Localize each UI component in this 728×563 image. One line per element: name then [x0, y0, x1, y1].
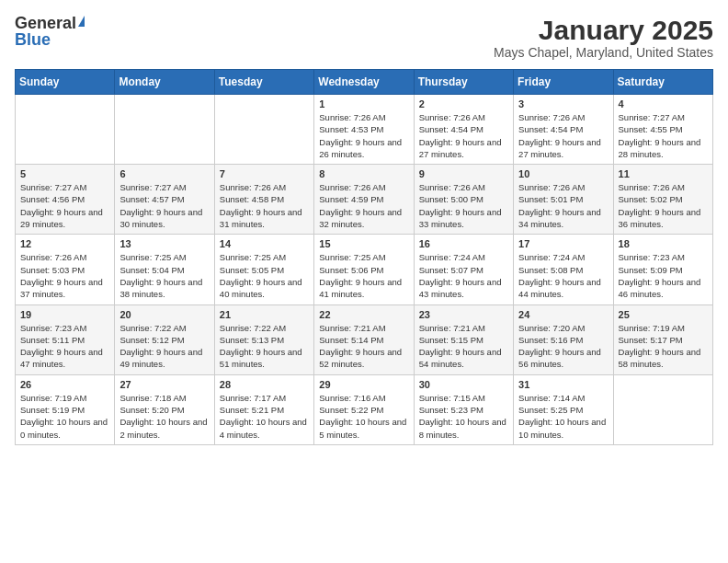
calendar-cell: 26Sunrise: 7:19 AM Sunset: 5:19 PM Dayli… — [16, 374, 115, 444]
calendar-cell: 10Sunrise: 7:26 AM Sunset: 5:01 PM Dayli… — [514, 165, 613, 235]
calendar-cell: 30Sunrise: 7:15 AM Sunset: 5:23 PM Dayli… — [414, 374, 513, 444]
day-info: Sunrise: 7:18 AM Sunset: 5:20 PM Dayligh… — [119, 392, 209, 441]
title-section: January 2025 Mays Chapel, Maryland, Unit… — [494, 15, 713, 60]
day-info: Sunrise: 7:19 AM Sunset: 5:17 PM Dayligh… — [619, 322, 708, 371]
calendar-cell — [16, 95, 115, 165]
calendar-cell: 13Sunrise: 7:25 AM Sunset: 5:04 PM Dayli… — [115, 235, 214, 304]
day-number: 16 — [419, 238, 508, 249]
day-number: 13 — [119, 238, 209, 249]
calendar-cell: 18Sunrise: 7:23 AM Sunset: 5:09 PM Dayli… — [613, 235, 712, 304]
calendar-cell: 25Sunrise: 7:19 AM Sunset: 5:17 PM Dayli… — [613, 304, 712, 374]
day-info: Sunrise: 7:25 AM Sunset: 5:05 PM Dayligh… — [220, 251, 309, 300]
calendar-cell: 3Sunrise: 7:26 AM Sunset: 4:54 PM Daylig… — [514, 95, 613, 165]
day-number: 3 — [518, 98, 608, 109]
day-info: Sunrise: 7:26 AM Sunset: 4:59 PM Dayligh… — [319, 181, 408, 230]
day-info: Sunrise: 7:20 AM Sunset: 5:16 PM Dayligh… — [518, 322, 608, 371]
calendar-cell: 17Sunrise: 7:24 AM Sunset: 5:08 PM Dayli… — [514, 235, 613, 304]
day-number: 7 — [220, 168, 309, 179]
week-row-2: 5Sunrise: 7:27 AM Sunset: 4:56 PM Daylig… — [16, 165, 713, 235]
calendar-cell: 8Sunrise: 7:26 AM Sunset: 4:59 PM Daylig… — [314, 165, 414, 235]
day-number: 4 — [619, 98, 708, 109]
day-number: 23 — [419, 309, 508, 320]
day-number: 9 — [419, 168, 508, 179]
calendar-cell: 27Sunrise: 7:18 AM Sunset: 5:20 PM Dayli… — [115, 374, 214, 444]
day-info: Sunrise: 7:22 AM Sunset: 5:12 PM Dayligh… — [119, 322, 209, 371]
day-number: 12 — [20, 238, 109, 249]
calendar-cell — [115, 95, 214, 165]
calendar-cell: 22Sunrise: 7:21 AM Sunset: 5:14 PM Dayli… — [314, 304, 414, 374]
day-number: 18 — [619, 238, 708, 249]
page-header: General Blue January 2025 Mays Chapel, M… — [15, 15, 713, 60]
calendar-cell: 24Sunrise: 7:20 AM Sunset: 5:16 PM Dayli… — [514, 304, 613, 374]
calendar-cell: 4Sunrise: 7:27 AM Sunset: 4:55 PM Daylig… — [613, 95, 712, 165]
day-info: Sunrise: 7:27 AM Sunset: 4:56 PM Dayligh… — [20, 181, 109, 230]
week-row-5: 26Sunrise: 7:19 AM Sunset: 5:19 PM Dayli… — [16, 374, 713, 444]
calendar-cell: 1Sunrise: 7:26 AM Sunset: 4:53 PM Daylig… — [314, 95, 414, 165]
day-number: 26 — [20, 379, 109, 390]
day-number: 21 — [220, 309, 309, 320]
calendar-cell: 6Sunrise: 7:27 AM Sunset: 4:57 PM Daylig… — [115, 165, 214, 235]
day-number: 30 — [419, 379, 508, 390]
calendar-cell: 20Sunrise: 7:22 AM Sunset: 5:12 PM Dayli… — [115, 304, 214, 374]
calendar-table: SundayMondayTuesdayWednesdayThursdayFrid… — [15, 69, 713, 445]
location-title: Mays Chapel, Maryland, United States — [494, 45, 713, 60]
day-number: 24 — [518, 309, 608, 320]
day-info: Sunrise: 7:15 AM Sunset: 5:23 PM Dayligh… — [419, 392, 508, 441]
day-info: Sunrise: 7:23 AM Sunset: 5:11 PM Dayligh… — [20, 322, 109, 371]
calendar-cell: 14Sunrise: 7:25 AM Sunset: 5:05 PM Dayli… — [214, 235, 313, 304]
day-number: 5 — [20, 168, 109, 179]
day-info: Sunrise: 7:24 AM Sunset: 5:08 PM Dayligh… — [518, 251, 608, 300]
weekday-header-sunday: Sunday — [16, 70, 115, 95]
weekday-header-monday: Monday — [115, 70, 214, 95]
day-number: 28 — [220, 379, 309, 390]
logo: General Blue — [15, 15, 85, 48]
day-info: Sunrise: 7:24 AM Sunset: 5:07 PM Dayligh… — [419, 251, 508, 300]
day-info: Sunrise: 7:26 AM Sunset: 4:53 PM Dayligh… — [319, 111, 408, 160]
day-number: 1 — [319, 98, 408, 109]
calendar-cell: 7Sunrise: 7:26 AM Sunset: 4:58 PM Daylig… — [214, 165, 313, 235]
day-info: Sunrise: 7:26 AM Sunset: 5:00 PM Dayligh… — [419, 181, 508, 230]
day-number: 6 — [119, 168, 209, 179]
weekday-header-thursday: Thursday — [414, 70, 513, 95]
calendar-cell: 12Sunrise: 7:26 AM Sunset: 5:03 PM Dayli… — [16, 235, 115, 304]
calendar-cell: 19Sunrise: 7:23 AM Sunset: 5:11 PM Dayli… — [16, 304, 115, 374]
day-info: Sunrise: 7:19 AM Sunset: 5:19 PM Dayligh… — [20, 392, 109, 441]
calendar-cell: 23Sunrise: 7:21 AM Sunset: 5:15 PM Dayli… — [414, 304, 513, 374]
day-number: 22 — [319, 309, 408, 320]
day-number: 8 — [319, 168, 408, 179]
day-number: 10 — [518, 168, 608, 179]
day-number: 15 — [319, 238, 408, 249]
weekday-header-wednesday: Wednesday — [314, 70, 414, 95]
calendar-cell: 29Sunrise: 7:16 AM Sunset: 5:22 PM Dayli… — [314, 374, 414, 444]
month-title: January 2025 — [494, 15, 713, 45]
calendar-cell — [214, 95, 313, 165]
day-number: 17 — [518, 238, 608, 249]
logo-arrow-icon — [78, 16, 85, 27]
calendar-cell: 16Sunrise: 7:24 AM Sunset: 5:07 PM Dayli… — [414, 235, 513, 304]
day-info: Sunrise: 7:23 AM Sunset: 5:09 PM Dayligh… — [619, 251, 708, 300]
week-row-3: 12Sunrise: 7:26 AM Sunset: 5:03 PM Dayli… — [16, 235, 713, 304]
logo-blue: Blue — [15, 31, 51, 48]
day-info: Sunrise: 7:25 AM Sunset: 5:06 PM Dayligh… — [319, 251, 408, 300]
day-number: 19 — [20, 309, 109, 320]
calendar-cell — [613, 374, 712, 444]
day-info: Sunrise: 7:27 AM Sunset: 4:55 PM Dayligh… — [619, 111, 708, 160]
calendar-cell: 9Sunrise: 7:26 AM Sunset: 5:00 PM Daylig… — [414, 165, 513, 235]
day-number: 27 — [119, 379, 209, 390]
day-number: 31 — [518, 379, 608, 390]
calendar-cell: 2Sunrise: 7:26 AM Sunset: 4:54 PM Daylig… — [414, 95, 513, 165]
day-info: Sunrise: 7:26 AM Sunset: 4:54 PM Dayligh… — [419, 111, 508, 160]
day-number: 20 — [119, 309, 209, 320]
calendar-cell: 11Sunrise: 7:26 AM Sunset: 5:02 PM Dayli… — [613, 165, 712, 235]
weekday-header-saturday: Saturday — [613, 70, 712, 95]
day-info: Sunrise: 7:25 AM Sunset: 5:04 PM Dayligh… — [119, 251, 209, 300]
logo-general: General — [15, 15, 76, 31]
weekday-header-tuesday: Tuesday — [214, 70, 313, 95]
day-info: Sunrise: 7:26 AM Sunset: 4:58 PM Dayligh… — [220, 181, 309, 230]
day-info: Sunrise: 7:22 AM Sunset: 5:13 PM Dayligh… — [220, 322, 309, 371]
calendar-cell: 28Sunrise: 7:17 AM Sunset: 5:21 PM Dayli… — [214, 374, 313, 444]
day-info: Sunrise: 7:17 AM Sunset: 5:21 PM Dayligh… — [220, 392, 309, 441]
day-info: Sunrise: 7:26 AM Sunset: 5:03 PM Dayligh… — [20, 251, 109, 300]
calendar-cell: 5Sunrise: 7:27 AM Sunset: 4:56 PM Daylig… — [16, 165, 115, 235]
day-info: Sunrise: 7:21 AM Sunset: 5:15 PM Dayligh… — [419, 322, 508, 371]
